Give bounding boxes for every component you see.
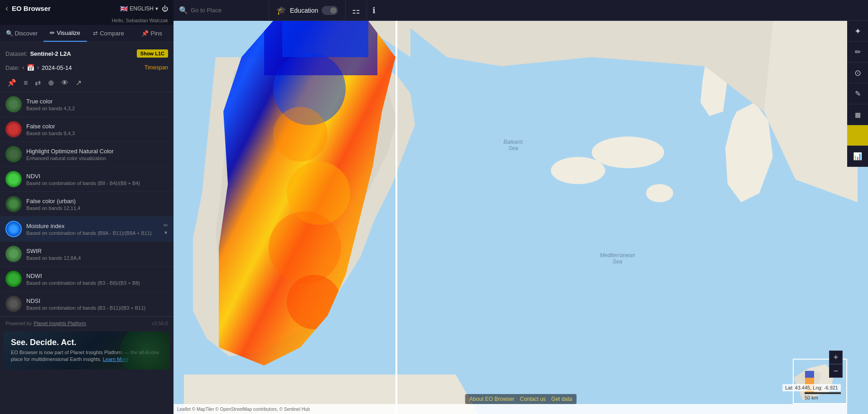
layer-name-swir: SWIR bbox=[26, 248, 168, 254]
map-background[interactable]: BalearicSea MediterraneanSea bbox=[174, 21, 868, 414]
search-icon: 🔍 bbox=[179, 6, 188, 15]
top-right-controls: 🇬🇧 ENGLISH ▾ ⏻ bbox=[120, 5, 168, 12]
compare-icon: ⇄ bbox=[93, 30, 98, 37]
layer-info-moisture-index: Moisture index Based on combination of b… bbox=[26, 223, 159, 236]
toolbar-row: 📌 ≡ ⇄ ⊕ 👁 ↗ bbox=[0, 74, 174, 92]
layer-desc-ndvi: Based on combination of bands (B8 - B4)/… bbox=[26, 180, 168, 186]
about-eo-browser-link[interactable]: About EO Browser bbox=[469, 396, 514, 402]
sidebar-footer: Powered by Planet Insights Platform v3.5… bbox=[0, 317, 174, 330]
language-button[interactable]: 🇬🇧 ENGLISH ▾ bbox=[120, 5, 158, 12]
layer-thumb-ndvi bbox=[5, 171, 22, 187]
pencil-tool-button[interactable]: ✏ bbox=[847, 42, 868, 63]
planet-insights-link[interactable]: Planet Insights Platform bbox=[34, 321, 86, 326]
pins-icon: 📌 bbox=[141, 30, 149, 37]
tab-visualize[interactable]: ✏ Visualize bbox=[43, 25, 87, 42]
layer-item-ndwi[interactable]: NDWI Based on combination of bands (B3 -… bbox=[0, 267, 174, 292]
timespan-button[interactable]: Timespan bbox=[145, 64, 168, 71]
power-button[interactable]: ⏻ bbox=[162, 5, 168, 12]
filter-toolbar-button[interactable]: ≡ bbox=[22, 77, 29, 89]
tab-discover[interactable]: 🔍 Discover bbox=[0, 25, 43, 42]
3d-label: 3D bbox=[855, 133, 861, 138]
layer-item-swir[interactable]: SWIR Based on bands 12,8A,4 bbox=[0, 242, 174, 267]
education-toggle[interactable] bbox=[322, 6, 338, 15]
layer-info-ndsi: NDSI Based on combination of bands (B3 -… bbox=[26, 297, 168, 311]
satellite-svg bbox=[219, 21, 395, 365]
svg-point-6 bbox=[273, 107, 328, 161]
app-title: EO Browser bbox=[12, 5, 51, 12]
dataset-label: Dataset: bbox=[5, 50, 27, 57]
hide-toolbar-button[interactable]: 👁 bbox=[59, 77, 70, 89]
date-row: Date: ‹ 📅 › 2024-05-14 Timespan bbox=[0, 61, 174, 74]
layer-info-false-color-urban: False color (urban) Based on bands 12,11… bbox=[26, 198, 168, 211]
layer-name-false-color: False color bbox=[26, 123, 168, 130]
layer-item-false-color[interactable]: False color Based on bands 8,4,3 bbox=[0, 117, 174, 142]
date-label: Date: bbox=[5, 64, 19, 71]
dataset-row: Dataset: Sentinel-2 L2A Show L1C bbox=[0, 46, 174, 61]
zoom-out-button[interactable]: − bbox=[829, 364, 843, 378]
tab-visualize-label: Visualize bbox=[57, 29, 80, 36]
tab-discover-label: Discover bbox=[15, 30, 38, 37]
sidebar-content: Dataset: Sentinel-2 L2A Show L1C Date: ‹… bbox=[0, 42, 174, 414]
education-area: 🎓 Education bbox=[269, 0, 346, 20]
layer-info-ndwi: NDWI Based on combination of bands (B3 -… bbox=[26, 273, 168, 286]
layer-desc-false-color-urban: Based on bands 12,11,4 bbox=[26, 205, 168, 211]
layer-expand-button[interactable]: ▾ bbox=[164, 229, 168, 236]
svg-point-9 bbox=[287, 275, 341, 329]
zoom-in-button[interactable]: + bbox=[829, 351, 843, 364]
swap-toolbar-button[interactable]: ⇄ bbox=[33, 77, 43, 89]
layer-thumb-ndsi bbox=[5, 296, 22, 312]
search-input[interactable] bbox=[191, 7, 263, 14]
layers-button[interactable]: ⚏ bbox=[346, 0, 367, 20]
tab-pins-label: Pins bbox=[150, 30, 162, 37]
svg-point-1 bbox=[551, 157, 605, 184]
pin-toolbar-button[interactable]: 📌 bbox=[5, 77, 18, 89]
layer-item-ndvi[interactable]: NDVI Based on combination of bands (B8 -… bbox=[0, 167, 174, 192]
language-label: ENGLISH bbox=[130, 5, 154, 12]
stats-tool-button[interactable]: 📊 bbox=[847, 146, 868, 167]
share-toolbar-button[interactable]: ↗ bbox=[74, 77, 83, 89]
grid-tool-button[interactable]: ▦ bbox=[847, 104, 868, 125]
nav-tabs: 🔍 Discover ✏ Visualize ⇄ Compare 📌 Pins bbox=[0, 25, 174, 42]
dataset-name: Sentinel-2 L2A bbox=[30, 50, 71, 57]
attribution-text: Leaflet © MapTiler © OpenStreetMap contr… bbox=[177, 407, 310, 412]
pointer-tool-button[interactable]: ✦ bbox=[847, 21, 868, 42]
visualize-icon: ✏ bbox=[50, 29, 55, 36]
svg-point-8 bbox=[269, 211, 341, 284]
target-toolbar-button[interactable]: ⊕ bbox=[46, 77, 56, 89]
education-graduation-icon: 🎓 bbox=[276, 5, 286, 15]
layer-desc-swir: Based on bands 12,8A,4 bbox=[26, 255, 168, 261]
layer-item-false-color-urban[interactable]: False color (urban) Based on bands 12,11… bbox=[0, 192, 174, 217]
search-area: 🔍 bbox=[174, 0, 269, 20]
layer-desc-moisture-index: Based on combination of bands (B8A - B11… bbox=[26, 230, 159, 236]
layer-info-swir: SWIR Based on bands 12,8A,4 bbox=[26, 248, 168, 261]
layer-edit-button[interactable]: ✏ bbox=[164, 222, 168, 229]
back-button[interactable]: ‹ bbox=[5, 4, 8, 13]
info-top-button[interactable]: ℹ bbox=[367, 0, 381, 20]
layer-item-honc[interactable]: Highlight Optimized Natural Color Enhanc… bbox=[0, 142, 174, 167]
date-next-button[interactable]: › bbox=[37, 64, 39, 71]
tab-compare[interactable]: ⇄ Compare bbox=[87, 25, 130, 42]
bottom-links: About EO Browser Contact us Get data bbox=[465, 394, 577, 404]
contact-us-link[interactable]: Contact us bbox=[520, 396, 545, 402]
date-calendar-button[interactable]: 📅 bbox=[27, 64, 34, 71]
layer-desc-ndsi: Based on combination of bands (B3 - B11)… bbox=[26, 305, 168, 311]
get-data-link[interactable]: Get data bbox=[551, 396, 572, 402]
layer-item-moisture-index[interactable]: Moisture index Based on combination of b… bbox=[0, 217, 174, 242]
map-splitter[interactable] bbox=[395, 21, 397, 414]
date-prev-button[interactable]: ‹ bbox=[22, 64, 24, 71]
show-l1c-button[interactable]: Show L1C bbox=[137, 49, 168, 58]
layer-thumb-ndwi bbox=[5, 271, 22, 287]
tab-pins[interactable]: 📌 Pins bbox=[130, 25, 174, 42]
3d-tool-button[interactable]: 3D bbox=[847, 125, 868, 146]
layer-desc-ndwi: Based on combination of bands (B3 - B8)/… bbox=[26, 280, 168, 286]
location-tool-button[interactable]: ⊙ bbox=[847, 63, 868, 83]
svg-point-2 bbox=[592, 136, 664, 168]
discover-icon: 🔍 bbox=[6, 30, 13, 37]
layer-thumb-true-color bbox=[5, 96, 22, 112]
layer-thumb-false-color bbox=[5, 121, 22, 137]
layer-item-ndsi[interactable]: NDSI Based on combination of bands (B3 -… bbox=[0, 292, 174, 317]
draw-tool-button[interactable]: ✎ bbox=[847, 83, 868, 104]
date-value: 2024-05-14 bbox=[42, 64, 72, 71]
layer-info-true-color: True color Based on bands 4,3,2 bbox=[26, 98, 168, 111]
layer-item-true-color[interactable]: True color Based on bands 4,3,2 bbox=[0, 92, 174, 117]
